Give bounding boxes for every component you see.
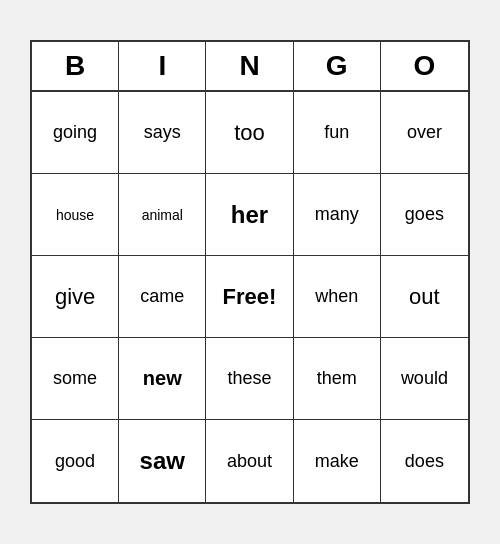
grid-cell-3-2: these bbox=[206, 338, 293, 420]
grid-cell-4-0: good bbox=[32, 420, 119, 502]
grid-cell-0-4: over bbox=[381, 92, 468, 174]
grid-cell-1-1: animal bbox=[119, 174, 206, 256]
grid-cell-3-3: them bbox=[294, 338, 381, 420]
header-letter-g: G bbox=[294, 42, 381, 90]
grid-cell-1-3: many bbox=[294, 174, 381, 256]
grid-cell-2-4: out bbox=[381, 256, 468, 338]
grid-cell-0-3: fun bbox=[294, 92, 381, 174]
header-letter-o: O bbox=[381, 42, 468, 90]
grid-cell-2-3: when bbox=[294, 256, 381, 338]
grid-cell-2-0: give bbox=[32, 256, 119, 338]
grid-cell-1-2: her bbox=[206, 174, 293, 256]
bingo-grid: goingsaystoofunoverhouseanimalhermanygoe… bbox=[32, 92, 468, 502]
bingo-header: BINGO bbox=[32, 42, 468, 92]
grid-cell-3-4: would bbox=[381, 338, 468, 420]
grid-cell-4-2: about bbox=[206, 420, 293, 502]
header-letter-b: B bbox=[32, 42, 119, 90]
grid-cell-3-1: new bbox=[119, 338, 206, 420]
header-letter-i: I bbox=[119, 42, 206, 90]
grid-cell-2-2: Free! bbox=[206, 256, 293, 338]
grid-cell-4-3: make bbox=[294, 420, 381, 502]
grid-cell-1-0: house bbox=[32, 174, 119, 256]
grid-cell-4-1: saw bbox=[119, 420, 206, 502]
grid-cell-4-4: does bbox=[381, 420, 468, 502]
grid-cell-0-2: too bbox=[206, 92, 293, 174]
grid-cell-2-1: came bbox=[119, 256, 206, 338]
grid-cell-3-0: some bbox=[32, 338, 119, 420]
grid-cell-0-0: going bbox=[32, 92, 119, 174]
header-letter-n: N bbox=[206, 42, 293, 90]
bingo-card: BINGO goingsaystoofunoverhouseanimalherm… bbox=[30, 40, 470, 504]
grid-cell-0-1: says bbox=[119, 92, 206, 174]
grid-cell-1-4: goes bbox=[381, 174, 468, 256]
